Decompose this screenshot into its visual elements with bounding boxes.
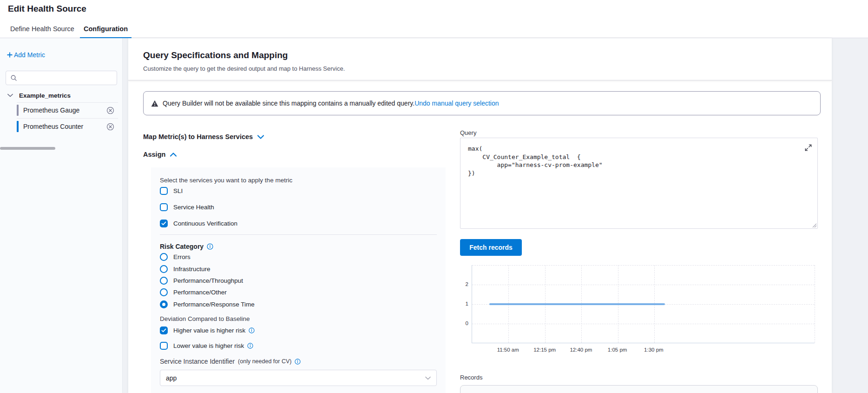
checkbox-text: Higher value is higher risk (173, 327, 245, 334)
metric-item-label: Prometheus Gauge (23, 107, 106, 114)
risk-category-label: Risk Category (160, 243, 437, 250)
checkbox-service-health[interactable]: Service Health (160, 203, 437, 211)
radio-label: Infrastructure (173, 266, 210, 273)
query-editor[interactable]: max( CV_Counter_Example_total { app="har… (460, 138, 818, 229)
chevron-down-icon[interactable] (7, 93, 13, 97)
search-input[interactable] (20, 74, 112, 81)
x-tick-label: 12:40 pm (565, 347, 597, 353)
expand-icon[interactable] (803, 143, 813, 152)
radio-label: Performance/Response Time (173, 301, 255, 308)
radio-circle[interactable] (160, 288, 168, 296)
radio-label: Performance/Throughput (173, 277, 243, 284)
checkbox-lower-value-higher-risk[interactable]: Lower value is higher risk (160, 342, 437, 350)
tab-define-health-source[interactable]: Define Health Source (7, 20, 78, 38)
query-label: Query (460, 129, 476, 136)
checkbox-label: Higher value is higher risk (173, 327, 255, 334)
metric-item-prometheus-counter[interactable]: Prometheus Counter (17, 120, 118, 133)
section-subheading: Customize the query to get the desired o… (143, 65, 345, 72)
radio-performance-throughput[interactable]: Performance/Throughput (160, 277, 437, 285)
radio-circle[interactable] (160, 277, 168, 285)
records-list-top (460, 385, 818, 393)
page-header: Edit Health Source (0, 0, 868, 20)
radio-performance-other[interactable]: Performance/Other (160, 288, 437, 296)
sii-note: (only needed for CV) (238, 358, 291, 365)
chevron-down-icon (425, 376, 431, 380)
checkbox-continuous-verification[interactable]: Continuous Verification (160, 220, 437, 227)
y-gridline (472, 265, 815, 266)
info-icon[interactable] (207, 243, 213, 250)
x-tick-label: 1:05 pm (601, 347, 634, 353)
radio-circle[interactable] (160, 265, 168, 273)
add-metric-label: Add Metric (14, 51, 45, 59)
radio-performance-response-time[interactable]: Performance/Response Time (160, 300, 437, 308)
sii-text: Service Instance Identifier (160, 358, 235, 365)
checkbox-label: Service Health (173, 204, 214, 211)
metric-accent-bar (17, 121, 19, 132)
metric-group-name: Example_metrics (19, 92, 71, 99)
query-code[interactable]: max( CV_Counter_Example_total { app="har… (468, 145, 810, 177)
query-builder-warning-banner: Query Builder will not be available sinc… (143, 91, 821, 115)
checkbox-label: SLI (173, 187, 183, 194)
warning-text: Query Builder will not be available sinc… (163, 100, 414, 107)
divider (17, 102, 118, 103)
remove-metric-icon[interactable] (106, 123, 114, 131)
y-tick-label: 1 (460, 301, 468, 306)
radio-label: Performance/Other (173, 289, 227, 296)
y-gridline (472, 285, 815, 285)
undo-manual-query-link[interactable]: Undo manual query selection (414, 100, 499, 107)
remove-metric-icon[interactable] (106, 107, 114, 114)
checkbox-label: Lower value is higher risk (173, 342, 253, 349)
info-icon[interactable] (249, 327, 255, 333)
x-tick-label: 11:50 am (492, 347, 524, 353)
y-tick-label: 2 (460, 281, 468, 287)
assign-panel: Select the services you want to apply th… (151, 167, 446, 393)
query-results-chart: 01211:50 am12:15 pm12:40 pm1:05 pm1:30 p… (460, 261, 827, 357)
chevron-down-icon[interactable] (257, 135, 264, 139)
section-heading: Query Specifications and Mapping (143, 50, 288, 60)
assign-section-toggle[interactable]: Assign (143, 151, 177, 158)
y-tick-label: 0 (460, 320, 468, 326)
checkbox-higher-value-higher-risk[interactable]: Higher value is higher risk (160, 326, 437, 334)
radio-errors[interactable]: Errors (160, 253, 437, 261)
checkbox-box[interactable] (160, 342, 168, 350)
checkbox-box[interactable] (160, 203, 168, 211)
metric-group-example-metrics[interactable]: Example_metrics (0, 90, 122, 100)
x-tick-label: 12:15 pm (528, 347, 561, 353)
horizontal-scrollbar-thumb[interactable] (0, 147, 55, 150)
radio-circle[interactable] (160, 253, 168, 261)
chevron-up-icon[interactable] (170, 153, 177, 157)
plus-icon (7, 52, 13, 58)
checkbox-box[interactable] (160, 187, 168, 195)
risk-category-text: Risk Category (160, 243, 204, 250)
resize-handle-icon[interactable] (812, 223, 817, 228)
tab-bar: Define Health Source Configuration (0, 20, 868, 38)
radio-circle[interactable] (160, 300, 168, 308)
query-specifications-panel: Query Specifications and Mapping Customi… (128, 38, 832, 393)
add-metric-button[interactable]: Add Metric (7, 51, 45, 59)
checkbox-label: Continuous Verification (173, 220, 237, 227)
edit-health-source-screen: Edit Health Source Define Health Source … (0, 0, 868, 393)
deviation-label: Deviation Compared to Baseline (160, 315, 437, 322)
metric-item-prometheus-gauge[interactable]: Prometheus Gauge (17, 103, 118, 117)
radio-infrastructure[interactable]: Infrastructure (160, 265, 437, 273)
checkbox-box[interactable] (160, 326, 168, 334)
tab-configuration[interactable]: Configuration (80, 20, 132, 38)
assign-label: Assign (143, 151, 165, 158)
service-instance-select[interactable]: app (160, 370, 437, 386)
map-metrics-section-toggle[interactable]: Map Metric(s) to Harness Services (143, 133, 264, 140)
info-icon[interactable] (295, 359, 301, 365)
map-metrics-label: Map Metric(s) to Harness Services (143, 133, 253, 140)
records-label: Records (460, 374, 482, 381)
divider (160, 234, 437, 235)
checkbox-text: Lower value is higher risk (173, 342, 244, 349)
series-line (489, 303, 665, 305)
service-instance-identifier-label: Service Instance Identifier (only needed… (160, 358, 437, 365)
checkbox-box[interactable] (160, 220, 168, 227)
radio-label: Errors (173, 253, 191, 260)
checkbox-sli[interactable]: SLI (160, 187, 437, 195)
fetch-records-button[interactable]: Fetch records (460, 239, 522, 256)
metric-accent-bar (17, 105, 19, 116)
metric-search[interactable] (6, 71, 117, 85)
info-icon[interactable] (247, 343, 253, 349)
plot-right-border (815, 265, 815, 343)
